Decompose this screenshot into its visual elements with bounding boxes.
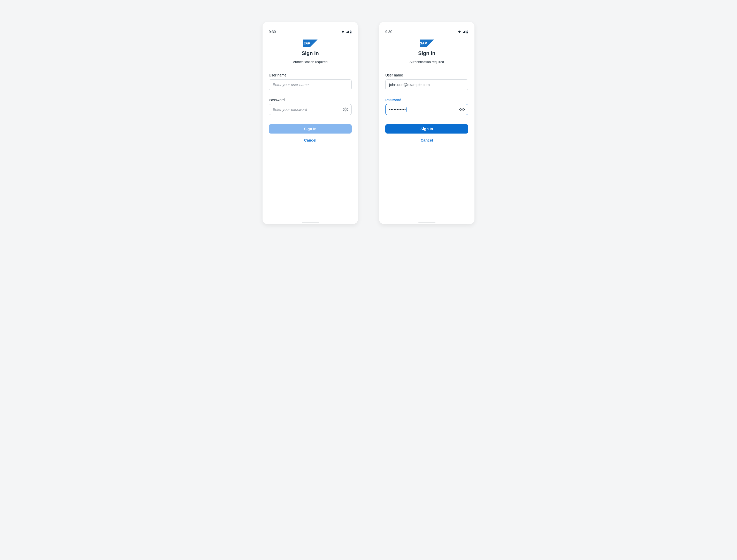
status-time: 9:30	[269, 30, 276, 34]
password-field-group: Password •••••••••••	[385, 98, 468, 115]
home-indicator	[302, 222, 319, 222]
cancel-button[interactable]: Cancel	[385, 138, 468, 142]
svg-text:SAP: SAP	[303, 41, 310, 45]
wifi-icon	[341, 30, 345, 33]
sap-logo-icon: SAP	[303, 40, 317, 47]
password-label: Password	[385, 98, 468, 102]
logo-wrap: SAP	[269, 40, 352, 47]
battery-icon	[349, 30, 352, 34]
password-input[interactable]	[269, 104, 352, 115]
show-password-button[interactable]	[342, 106, 349, 113]
svg-rect-6	[467, 30, 468, 31]
status-icons	[458, 30, 468, 34]
password-label: Password	[269, 98, 352, 102]
page-title: Sign In	[385, 50, 468, 56]
svg-text:SAP: SAP	[420, 41, 427, 45]
status-bar: 9:30	[385, 22, 468, 35]
eye-icon	[343, 107, 348, 112]
eye-icon	[459, 107, 465, 112]
logo-wrap: SAP	[385, 40, 468, 47]
sap-logo-icon: SAP	[420, 40, 434, 47]
status-time: 9:30	[385, 30, 392, 34]
username-label: User name	[269, 73, 352, 77]
battery-icon	[466, 30, 468, 34]
signin-button[interactable]: Sign In	[269, 124, 352, 134]
wifi-icon	[458, 30, 462, 33]
password-masked-value: •••••••••••	[389, 107, 406, 112]
username-input[interactable]	[269, 79, 352, 90]
svg-rect-8	[467, 32, 468, 33]
svg-rect-0	[350, 30, 351, 31]
show-password-button[interactable]	[459, 106, 466, 113]
page-title: Sign In	[269, 50, 352, 56]
page-subtitle: Authentication required	[385, 60, 468, 64]
signin-screen-filled: 9:30 SAP Sign In Authentication required…	[379, 22, 475, 224]
username-field-group: User name	[385, 73, 468, 90]
username-label: User name	[385, 73, 468, 77]
home-indicator	[419, 222, 436, 222]
cancel-button[interactable]: Cancel	[269, 138, 352, 142]
signin-button[interactable]: Sign In	[385, 124, 468, 134]
svg-rect-2	[350, 32, 351, 33]
status-icons	[341, 30, 352, 34]
username-field-group: User name	[269, 73, 352, 90]
svg-point-5	[345, 109, 346, 110]
cellular-icon	[462, 30, 466, 33]
cellular-icon	[345, 30, 349, 33]
signin-screen-empty: 9:30 SAP Sign In Authentication required…	[262, 22, 358, 224]
text-cursor	[407, 107, 407, 112]
page-subtitle: Authentication required	[269, 60, 352, 64]
svg-point-11	[461, 109, 463, 110]
password-input[interactable]: •••••••••••	[385, 104, 468, 115]
status-bar: 9:30	[269, 22, 352, 35]
username-input[interactable]	[385, 79, 468, 90]
password-field-group: Password	[269, 98, 352, 115]
